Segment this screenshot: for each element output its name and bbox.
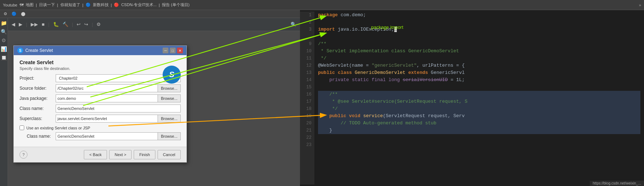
dialog-logo: S [163,66,181,84]
toolbar-btn-back[interactable]: ◀ [10,21,17,28]
class-name-label: Class name: [20,106,56,111]
back-button[interactable]: < Back [84,150,107,159]
status-url: https://blog.csdn.net/weixin_... [593,181,641,185]
code-line-13: @WebServlet(name = "genericServlet", url… [318,62,640,69]
superclass-browse-button[interactable]: Browse... [158,115,181,123]
class-name-label2: Class name: [27,134,56,139]
tab-map[interactable]: 地图 [26,2,34,8]
class-name-browse-button2[interactable]: Browse... [158,132,181,140]
toolbar-separator3: | [70,21,74,28]
project-label: Project: [20,76,56,81]
superclass-input[interactable] [56,115,158,123]
checkbox-row: Use an existing Servlet class or JSP [20,125,181,130]
code-content[interactable]: package com.demo; import java.io.IOExcep… [314,12,644,185]
code-line-21: // TODO Auto-generated method stub [318,120,640,127]
dialog-close-button[interactable]: ✕ [177,48,183,53]
java-package-input[interactable] [56,94,158,102]
toolbar-btn-redo[interactable]: ↪ [83,21,90,28]
code-line-16 [318,84,640,91]
tab-csdn-label[interactable]: CSDN-专业IT技术... [121,2,156,8]
dialog-titlebar: S Create Servlet ─ □ ✕ [14,46,186,55]
toolbar-btn-build[interactable]: 🔨 [61,21,70,28]
toolbar-btn-run[interactable]: ▶▶ [29,21,39,28]
tab-xinshu-label[interactable]: 新数科技 [93,2,109,8]
tab-more[interactable]: » [639,3,641,7]
footer-right: < Back Next > Finish Cancel [84,150,181,159]
code-editor[interactable]: 1 2 3 9 10 11 12 13 14 15 16 17 18 19 20… [300,10,644,186]
side-icon-3[interactable]: ⚙ [1,37,7,44]
java-package-label: Java package: [20,96,56,101]
toolbar-btn-debug[interactable]: 🐛 [52,21,60,28]
code-line-20: public void service(ServletRequest reque… [318,112,640,120]
footer-left: ? [20,151,27,159]
ide-toolbar: ◀ ▶ | ▶▶ ■ | 🐛 🔨 | ↩ ↪ | ⚙ 🔍 [8,18,300,31]
dialog-body: S Create Servlet Specify class file dest… [14,55,186,147]
nav-btn3[interactable]: ⬤ [20,11,27,17]
superclass-label: Superclass: [20,116,56,121]
nav-btn2[interactable]: 🔵 [10,11,18,17]
class-name-input[interactable] [56,105,181,112]
dialog-description: Specify class file destination. [20,66,181,71]
project-select[interactable]: Chapter02 [56,74,181,82]
tab-daily[interactable]: 日谈一下 [39,2,55,8]
code-editor-panel: 1 2 3 9 10 11 12 13 14 15 16 17 18 19 20… [300,10,644,186]
existing-servlet-checkbox[interactable] [20,125,24,130]
side-icon-4[interactable]: 📊 [0,45,8,53]
code-line-14: public class GenericDemoServlet extends … [318,69,640,76]
toolbar-btn-settings[interactable]: ⚙ [95,21,102,28]
code-line-1: package com.demo; [318,12,640,19]
checkbox-label: Use an existing Servlet class or JSP [26,126,90,130]
dialog-footer: ? < Back Next > Finish Cancel [14,147,186,162]
code-line-11: * Servlet implementation class GenericDe… [318,48,640,55]
search-icon[interactable]: 🔍 [289,21,298,28]
code-line-2 [318,19,640,26]
tab-youtube[interactable]: Youtube [3,3,17,7]
main-area: ⚙ 🔵 ⬤ 📁 🔍 ⚙ 📊 🔲 ◀ ▶ | ▶▶ ■ [0,10,644,186]
code-line-9 [318,33,640,40]
line-numbers: 1 2 3 9 10 11 12 13 14 15 16 17 18 19 20… [300,12,314,185]
dialog-icon: S [17,48,23,53]
dialog-titlebar-left: S Create Servlet [17,48,53,53]
tab-xinshu[interactable]: 🔵 [86,3,91,7]
tab-csdn[interactable]: 🔴 [114,3,119,7]
superclass-row: Superclass: Browse... [20,115,181,123]
project-row: Project: Chapter02 [20,74,181,82]
code-line-23 [318,134,640,141]
toolbar-separator2: | [47,21,51,28]
code-line-17: /** [318,91,640,98]
dialog-minimize-button[interactable]: ─ [163,48,168,53]
status-bar: https://blog.csdn.net/weixin_... [590,181,644,186]
tab-report[interactable]: 报告 (单个项目) [162,2,189,8]
toolbar-btn-stop[interactable]: ■ [40,21,46,28]
toolbar-btn-undo[interactable]: ↩ [75,21,82,28]
class-name-input2[interactable] [56,132,158,140]
next-button[interactable]: Next > [109,150,132,159]
dialog-maximize-button[interactable]: □ [170,48,176,53]
source-folder-row: Source folder: Browse... [20,84,181,92]
tab-know[interactable]: 你就知道了 [60,2,80,8]
side-icon-1[interactable]: 📁 [0,19,8,27]
dialog-title: Create Servlet [25,48,53,53]
code-line-15: private static final long serialVersionU… [318,76,640,84]
toolbar-separator4: | [90,21,94,28]
dialog-titlebar-controls: ─ □ ✕ [163,48,183,53]
source-folder-browse-button[interactable]: Browse... [158,84,181,92]
side-icon-2[interactable]: 🔍 [0,28,8,35]
code-line-10: /** [318,40,640,48]
ide-nav-bar: ⚙ 🔵 ⬤ [0,10,300,18]
toolbar-search: 🔍 [289,21,298,28]
cancel-button[interactable]: Cancel [158,150,181,159]
source-folder-label: Source folder: [20,86,56,91]
code-line-3: import java.io.IOException;□ [318,26,640,33]
toolbar-btn-fwd[interactable]: ▶ [17,21,24,28]
java-package-browse-button[interactable]: Browse... [158,94,181,102]
nav-btn1[interactable]: ⚙ [2,11,9,17]
help-button[interactable]: ? [20,151,27,159]
source-folder-input[interactable] [56,84,158,92]
dialog-title-text: Create Servlet [20,59,181,65]
side-icon-5[interactable]: 🔲 [0,54,8,61]
java-package-row: Java package: Browse... [20,94,181,102]
editor-side-icons: 📁 🔍 ⚙ 📊 🔲 [0,18,8,186]
browser-tabs: Youtube 🗺 地图 | 日谈一下 | 你就知道了 | 🔵 新数科技 | 🔴… [0,0,644,10]
finish-button[interactable]: Finish [134,150,155,159]
